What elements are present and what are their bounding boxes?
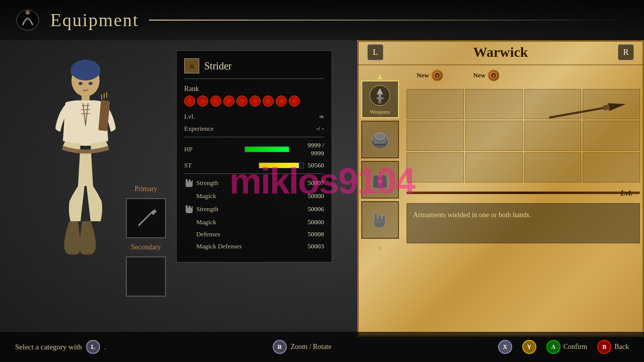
magick-row-2: Magick 50000 <box>184 218 324 226</box>
hp-label: HP <box>184 145 245 153</box>
magick-row-1: Magick 50000 <box>184 192 324 200</box>
chest-slot[interactable] <box>361 161 399 199</box>
period-text: . <box>104 343 106 351</box>
svg-rect-29 <box>603 105 610 111</box>
pip-6 <box>250 96 261 107</box>
svg-point-16 <box>378 101 381 104</box>
pip-4 <box>223 96 234 107</box>
strength-label-1: Strength <box>196 179 257 187</box>
zoom-hint: R Zoom / Rotate <box>273 340 332 354</box>
action-hints: X Y A Confirm B Back <box>498 340 629 354</box>
btn-b-icon: B <box>597 340 611 354</box>
equipment-slots-column: ▲ Weapons <box>357 65 403 332</box>
experience-label: Experience <box>184 125 245 133</box>
magick-label-1: Magick <box>196 192 257 200</box>
strength-row-2: Strength 50006 <box>184 204 324 214</box>
weapons-slot-wrapper: ▲ Weapons <box>361 80 399 118</box>
nav-right-button[interactable]: R <box>618 44 634 60</box>
badge-icon-2: ⚔ <box>488 69 500 81</box>
st-value: 50560 <box>308 161 325 169</box>
svg-point-1 <box>26 11 30 15</box>
st-bar-track <box>259 162 304 168</box>
btn-x-icon: X <box>498 340 512 354</box>
inv-cell-2[interactable] <box>465 89 523 119</box>
st-bar-container: 50560 <box>259 161 325 169</box>
inv-cell-6[interactable] <box>465 121 523 151</box>
inv-cell-5[interactable] <box>407 121 464 151</box>
page-title: Equipment <box>50 10 139 31</box>
inv-cell-7[interactable] <box>524 121 582 151</box>
strength-label-2: Strength <box>196 205 257 213</box>
equipment-body: ▲ Weapons <box>357 65 644 332</box>
hp-row: HP 9999 / 9999 <box>184 141 324 157</box>
hand-icon-1 <box>184 178 193 188</box>
separator-line <box>407 192 640 194</box>
level-row: Lvl. ∞ <box>184 113 324 121</box>
svg-text:⚔: ⚔ <box>436 74 439 78</box>
weapon-slots: Primary Secondary <box>126 185 166 297</box>
pip-7 <box>263 96 274 107</box>
weapons-slot-label: Weapons <box>370 109 390 115</box>
confirm-hint: A Confirm <box>546 340 587 354</box>
new-badges-row: New ⚔ New ⚔ <box>407 69 640 81</box>
helmet-slot[interactable] <box>361 121 399 158</box>
btn-r-icon: R <box>273 340 287 354</box>
select-hint-text: Select a category with <box>15 343 82 351</box>
hands-slot[interactable] <box>361 201 399 239</box>
svg-rect-20 <box>373 143 386 146</box>
inv-cell-11[interactable] <box>524 152 582 183</box>
header: Equipment <box>0 0 644 40</box>
strength-value-1: 50007 <box>308 179 325 187</box>
back-label: Back <box>614 343 629 351</box>
primary-slot[interactable] <box>126 198 166 238</box>
experience-value: -/ - <box>316 125 324 133</box>
confirm-label: Confirm <box>564 343 587 351</box>
st-bar-fill <box>259 163 299 168</box>
magick-label-2: Magick <box>196 218 257 226</box>
level-display: Lvl. <box>620 189 632 197</box>
pip-1 <box>184 96 195 107</box>
inv-cell-1[interactable] <box>407 89 464 119</box>
btn-a-icon: A <box>546 340 560 354</box>
class-icon: ⚔ <box>184 58 199 73</box>
item-description: Armaments wielded in one or both hands. <box>407 203 640 243</box>
nav-left-button[interactable]: L <box>367 44 383 60</box>
inv-cell-10[interactable] <box>465 152 523 183</box>
hp-bar-fill <box>245 147 289 152</box>
select-hint: Select a category with L . <box>15 340 106 354</box>
inv-cell-8[interactable] <box>583 121 640 151</box>
defenses-value: 50008 <box>308 230 325 238</box>
weapons-slot[interactable]: Weapons <box>361 80 399 118</box>
hand-icon-2 <box>184 204 193 214</box>
zoom-text: Zoom / Rotate <box>291 343 332 351</box>
new-badge-2: New ⚔ <box>473 69 500 81</box>
secondary-slot[interactable] <box>126 256 166 297</box>
stats-divider-1 <box>184 137 324 137</box>
svg-point-21 <box>378 180 381 183</box>
defenses-row: Defenses 50008 <box>184 230 324 238</box>
hp-bar-container: 9999 / 9999 <box>245 141 324 157</box>
st-label: ST <box>184 161 245 169</box>
pip-5 <box>236 96 248 107</box>
svg-rect-12 <box>151 209 156 215</box>
inv-cell-9[interactable] <box>407 152 464 183</box>
level-label: Lvl. <box>184 113 245 121</box>
hp-value: 9999 / 9999 <box>293 141 324 157</box>
equipment-icon <box>15 8 40 33</box>
svg-text:⚔: ⚔ <box>492 74 495 78</box>
btn-l-icon: L <box>86 340 100 354</box>
new-text-2: New <box>473 71 486 79</box>
experience-row: Experience -/ - <box>184 125 324 133</box>
defenses-label: Defenses <box>184 230 245 238</box>
svg-point-10 <box>89 82 93 85</box>
weapons-icon <box>369 84 391 107</box>
class-header: ⚔ Strider <box>184 58 324 79</box>
separator-row: Lvl. <box>407 187 640 199</box>
class-name: Strider <box>204 60 231 72</box>
hands-icon <box>369 210 390 231</box>
secondary-label: Secondary <box>131 243 160 251</box>
level-value: ∞ <box>319 113 324 121</box>
bottom-bar: Select a category with L . R Zoom / Rota… <box>0 332 644 362</box>
inv-cell-12[interactable] <box>583 152 640 183</box>
warwick-header: L Warwick R <box>357 40 644 65</box>
